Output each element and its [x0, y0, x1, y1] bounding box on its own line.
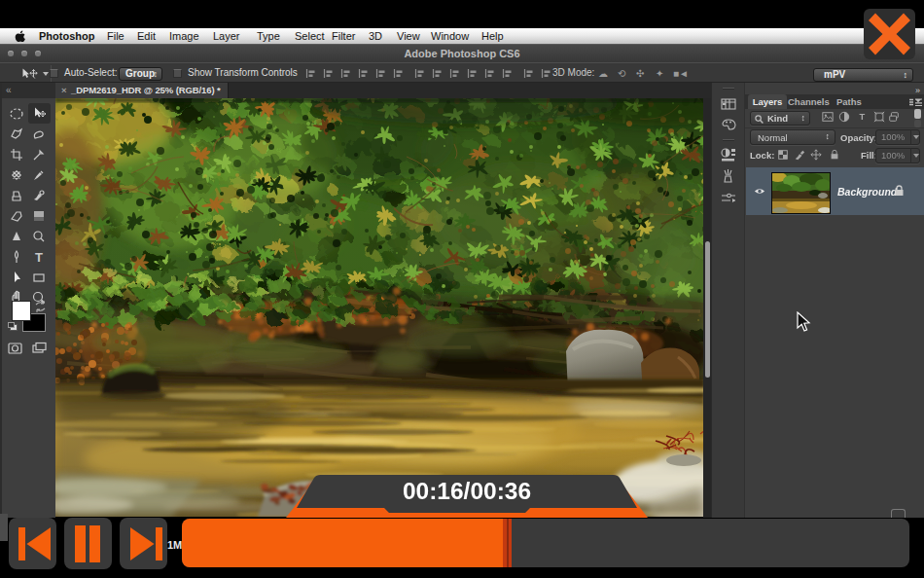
svg-text:T: T [35, 250, 43, 265]
svg-text:00:16/00:36: 00:16/00:36 [403, 478, 531, 504]
svg-text:T: T [860, 111, 866, 122]
